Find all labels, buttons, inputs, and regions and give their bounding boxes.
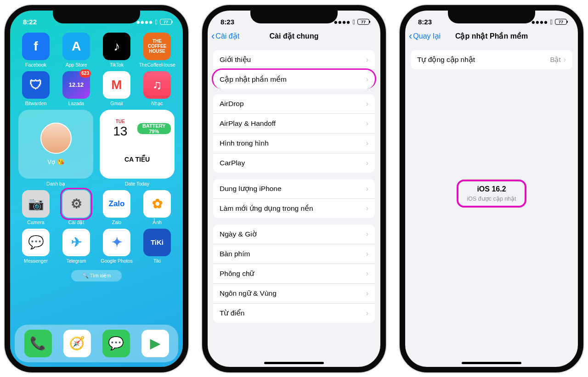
ios-status: iOS được cập nhật xyxy=(467,195,516,202)
status-time: 8:22 xyxy=(23,18,37,26)
back-button[interactable]: ‹Quay lại xyxy=(409,31,441,41)
auto-update-value: Bật xyxy=(550,56,560,64)
row-airdrop[interactable]: AirDrop› xyxy=(213,94,375,114)
appstore-icon: A xyxy=(62,33,90,60)
app-music[interactable]: ♫Nhạc xyxy=(138,71,176,106)
search-button[interactable]: 🔍 Tìm kiếm xyxy=(71,270,122,281)
contact-widget[interactable]: Vợ 😘 xyxy=(18,110,93,179)
chevron-right-icon: › xyxy=(366,75,368,84)
wifi-icon: 􀙇 xyxy=(353,18,355,26)
app-coffeehouse[interactable]: THECOFFEEHOUSETheCoffeeHouse xyxy=(138,33,176,68)
dock-safari[interactable]: 🧭 xyxy=(63,330,91,357)
ios-version: iOS 16.2 xyxy=(467,185,516,193)
notch xyxy=(448,10,535,23)
highlight-settings: ⚙ xyxy=(60,188,92,220)
status-right: ●●●● 􀙇 77 xyxy=(531,18,567,26)
list-group-4: Ngày & Giờ› Bàn phím› Phông chữ› Ngôn ng… xyxy=(213,225,375,323)
row-datetime[interactable]: Ngày & Giờ› xyxy=(213,225,375,244)
app-googlephotos[interactable]: ✦Google Photos xyxy=(97,229,136,264)
battery-icon: 77 xyxy=(160,19,172,25)
app-appstore[interactable]: AApp Store xyxy=(57,33,96,68)
highlight-version: iOS 16.2 iOS được cập nhật xyxy=(457,180,526,208)
contact-widget-wrap: Vợ 😘 Danh bạ xyxy=(18,110,93,186)
row-dictionary[interactable]: Từ điển› xyxy=(213,304,375,323)
status-time: 8:23 xyxy=(418,18,432,26)
row-carplay[interactable]: CarPlay› xyxy=(213,153,375,173)
app-telegram[interactable]: ✈Telegram xyxy=(57,229,96,264)
settings-icon: ⚙ xyxy=(62,190,90,218)
gmail-icon: M xyxy=(103,71,130,99)
music-icon: ♫ xyxy=(143,71,171,99)
battery-cell: BATTERY79% xyxy=(137,123,171,134)
page-title: Cài đặt chung xyxy=(270,32,319,40)
nav-bar: ‹Cài đặt Cài đặt chung xyxy=(208,29,380,44)
chevron-right-icon: › xyxy=(366,289,368,298)
zalo-icon: Zalo xyxy=(103,190,130,218)
phone-home: 8:22 ●●●● 􀙇 77 fFacebook AApp Store ♪Tik… xyxy=(5,5,188,372)
app-zalo[interactable]: ZaloZalo xyxy=(97,190,136,225)
date-cell: TUE13 xyxy=(103,119,137,139)
chevron-right-icon: › xyxy=(366,270,368,278)
app-settings[interactable]: ⚙Cài đặt xyxy=(57,190,96,225)
back-button[interactable]: ‹Cài đặt xyxy=(211,31,239,41)
row-keyboard[interactable]: Bàn phím› xyxy=(213,244,375,264)
dock-messages[interactable]: 💬 xyxy=(102,330,130,357)
badge: 623 xyxy=(79,69,91,78)
chevron-right-icon: › xyxy=(366,204,368,213)
row-bgrefresh[interactable]: Làm mới ứng dụng trong nền› xyxy=(213,199,375,218)
chevron-right-icon: › xyxy=(366,309,368,317)
date-widget-label: Date Today xyxy=(100,181,175,186)
wifi-icon: 􀙇 xyxy=(550,18,553,26)
app-messenger[interactable]: 💬Messenger xyxy=(17,229,55,264)
app-lazada[interactable]: 62312.12Lazada xyxy=(57,71,96,106)
googlephotos-icon: ✦ xyxy=(103,229,130,256)
app-gmail[interactable]: MGmail xyxy=(97,71,136,106)
date-widget[interactable]: TUE13 BATTERY79% CA TIỂU xyxy=(100,110,175,179)
notch xyxy=(250,10,338,23)
phone-software-update: 8:23 ●●●● 􀙇 77 ‹Quay lại Cập nhật Phần m… xyxy=(400,5,583,372)
app-facebook[interactable]: fFacebook xyxy=(17,33,55,68)
bitwarden-icon: 🛡 xyxy=(22,71,50,99)
dock-chat[interactable]: ▶ xyxy=(141,330,169,357)
photos-icon: ✿ xyxy=(143,190,171,218)
home-indicator[interactable] xyxy=(462,362,521,364)
camera-icon: 📷 xyxy=(22,190,50,218)
facebook-icon: f xyxy=(22,33,50,60)
chevron-left-icon: ‹ xyxy=(211,31,215,41)
app-photos[interactable]: ✿Ảnh xyxy=(138,190,176,225)
chevron-right-icon: › xyxy=(366,100,368,108)
row-storage[interactable]: Dung lượng iPhone› xyxy=(213,179,375,199)
app-camera[interactable]: 📷Camera xyxy=(17,190,55,225)
battery-icon: 77 xyxy=(357,19,369,25)
app-grid-row3: 📷Camera ⚙Cài đặt ZaloZalo ✿Ảnh xyxy=(10,186,183,225)
telegram-icon: ✈ xyxy=(62,229,90,256)
status-right: ●●●● 􀙇 77 xyxy=(334,18,369,26)
battery-icon: 77 xyxy=(555,19,567,25)
page-title: Cập nhật Phần mềm xyxy=(455,32,528,40)
row-language[interactable]: Ngôn ngữ & Vùng› xyxy=(213,284,375,304)
row-auto-update[interactable]: Tự động cập nhật Bật › xyxy=(411,50,572,69)
signal-icon: ●●●● xyxy=(334,18,350,26)
nav-bar: ‹Quay lại Cập nhật Phần mềm xyxy=(405,29,578,44)
app-tiktok[interactable]: ♪TikTok xyxy=(97,33,136,68)
home-indicator[interactable] xyxy=(264,362,324,364)
home-screen: 8:22 ●●●● 􀙇 77 fFacebook AApp Store ♪Tik… xyxy=(10,11,183,367)
row-pip[interactable]: Hình trong hình› xyxy=(213,134,375,153)
update-status-area: iOS 16.2 iOS được cập nhật xyxy=(405,69,578,208)
tiktok-icon: ♪ xyxy=(103,33,130,60)
notch xyxy=(53,10,140,23)
widget-row: Vợ 😘 Danh bạ TUE13 BATTERY79% CA TIỂU Da… xyxy=(10,106,183,186)
row-fonts[interactable]: Phông chữ› xyxy=(213,264,375,284)
dock-phone[interactable]: 📞 xyxy=(24,330,52,357)
contact-avatar xyxy=(40,123,72,154)
row-airplay[interactable]: AirPlay & Handoff› xyxy=(213,114,375,134)
signal-icon: ●●●● xyxy=(531,18,548,26)
coffeehouse-icon: THECOFFEEHOUSE xyxy=(143,33,171,60)
row-software-update[interactable]: Cập nhật phần mềm› xyxy=(212,68,376,89)
app-tiki[interactable]: TiKiTiki xyxy=(138,229,176,264)
list-group-2: AirDrop› AirPlay & Handoff› Hình trong h… xyxy=(213,94,375,173)
list-group-1: Giới thiệu› Cập nhật phần mềm› xyxy=(213,50,375,89)
chevron-right-icon: › xyxy=(366,185,368,193)
row-about[interactable]: Giới thiệu› xyxy=(213,50,375,70)
app-bitwarden[interactable]: 🛡Bitwarden xyxy=(17,71,55,106)
